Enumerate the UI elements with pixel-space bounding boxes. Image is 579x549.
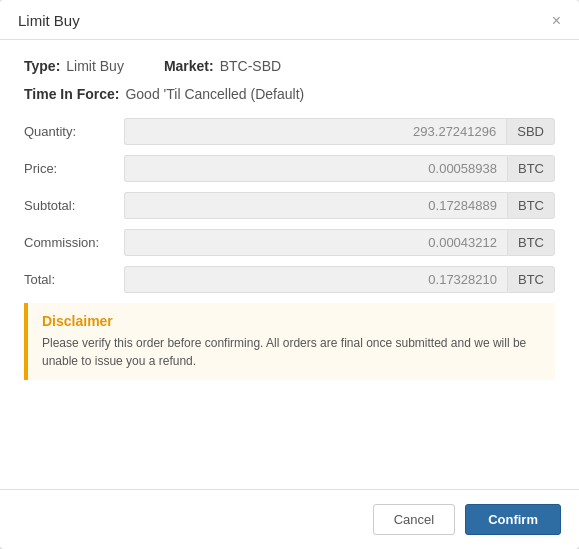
disclaimer-title: Disclaimer xyxy=(42,313,541,329)
modal-title: Limit Buy xyxy=(18,12,80,29)
field-unit: BTC xyxy=(507,192,555,219)
fields-container: Quantity:293.27241296SBDPrice:0.00058938… xyxy=(24,118,555,293)
field-label: Quantity: xyxy=(24,124,124,139)
field-input-group: 0.17284889BTC xyxy=(124,192,555,219)
field-value: 0.00043212 xyxy=(124,229,507,256)
disclaimer-box: Disclaimer Please verify this order befo… xyxy=(24,303,555,380)
field-label: Price: xyxy=(24,161,124,176)
field-input-group: 0.17328210BTC xyxy=(124,266,555,293)
confirm-button[interactable]: Confirm xyxy=(465,504,561,535)
field-input-group: 293.27241296SBD xyxy=(124,118,555,145)
close-button[interactable]: × xyxy=(552,13,561,29)
field-value: 0.17284889 xyxy=(124,192,507,219)
type-row: Type: Limit Buy xyxy=(24,58,124,74)
market-label: Market: xyxy=(164,58,214,74)
field-row: Price:0.00058938BTC xyxy=(24,155,555,182)
time-in-force-label: Time In Force: xyxy=(24,86,119,102)
disclaimer-text: Please verify this order before confirmi… xyxy=(42,334,541,370)
cancel-button[interactable]: Cancel xyxy=(373,504,455,535)
field-value: 0.00058938 xyxy=(124,155,507,182)
field-value: 0.17328210 xyxy=(124,266,507,293)
order-type-market-row: Type: Limit Buy Market: BTC-SBD xyxy=(24,58,555,82)
limit-buy-modal: Limit Buy × Type: Limit Buy Market: BTC-… xyxy=(0,0,579,549)
field-row: Subtotal:0.17284889BTC xyxy=(24,192,555,219)
modal-header: Limit Buy × xyxy=(0,0,579,40)
field-input-group: 0.00058938BTC xyxy=(124,155,555,182)
field-label: Commission: xyxy=(24,235,124,250)
field-row: Quantity:293.27241296SBD xyxy=(24,118,555,145)
field-label: Total: xyxy=(24,272,124,287)
field-value: 293.27241296 xyxy=(124,118,506,145)
type-label: Type: xyxy=(24,58,60,74)
field-row: Commission:0.00043212BTC xyxy=(24,229,555,256)
market-value: BTC-SBD xyxy=(220,58,281,74)
field-label: Subtotal: xyxy=(24,198,124,213)
field-unit: BTC xyxy=(507,266,555,293)
field-input-group: 0.00043212BTC xyxy=(124,229,555,256)
time-in-force-value: Good 'Til Cancelled (Default) xyxy=(125,86,304,102)
modal-footer: Cancel Confirm xyxy=(0,489,579,549)
type-value: Limit Buy xyxy=(66,58,124,74)
field-unit: BTC xyxy=(507,155,555,182)
market-row: Market: BTC-SBD xyxy=(164,58,281,74)
modal-body: Type: Limit Buy Market: BTC-SBD Time In … xyxy=(0,40,579,489)
field-unit: SBD xyxy=(506,118,555,145)
time-in-force-row: Time In Force: Good 'Til Cancelled (Defa… xyxy=(24,86,555,102)
field-unit: BTC xyxy=(507,229,555,256)
field-row: Total:0.17328210BTC xyxy=(24,266,555,293)
